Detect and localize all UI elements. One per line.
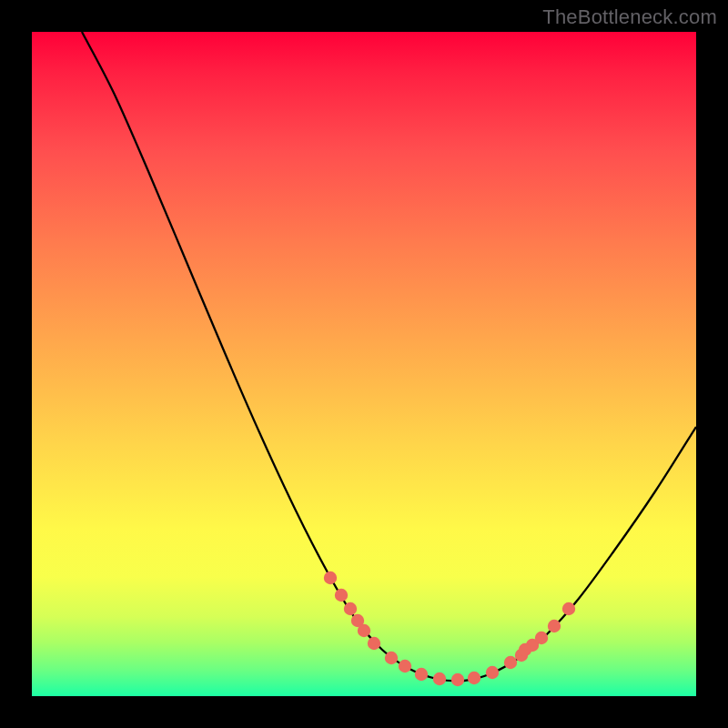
data-point <box>368 637 380 650</box>
data-point <box>415 668 428 681</box>
data-point <box>358 624 370 637</box>
data-point <box>451 673 464 686</box>
data-point <box>535 632 548 644</box>
data-point <box>344 602 357 615</box>
chart-frame: TheBottleneck.com <box>0 0 728 728</box>
data-points-group <box>324 571 575 686</box>
data-point <box>324 571 337 584</box>
data-point <box>468 672 480 684</box>
data-point <box>548 620 561 632</box>
watermark-text: TheBottleneck.com <box>542 5 717 29</box>
data-point <box>399 660 411 672</box>
data-point <box>562 602 575 615</box>
data-point <box>486 666 499 679</box>
plot-area <box>32 32 696 696</box>
bottleneck-curve <box>82 32 696 681</box>
data-point <box>504 656 517 669</box>
data-point <box>385 652 398 664</box>
data-point <box>519 643 531 656</box>
data-point <box>433 672 446 685</box>
chart-svg <box>32 32 696 696</box>
data-point <box>335 589 348 602</box>
